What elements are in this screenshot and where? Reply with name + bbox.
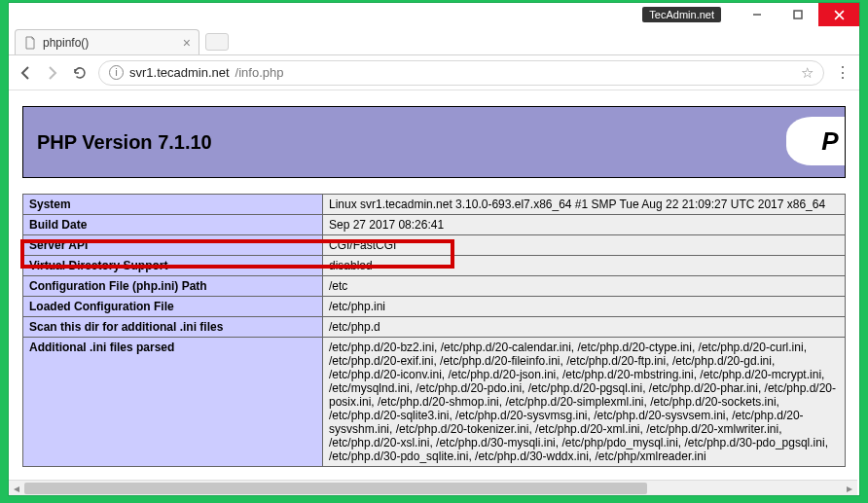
- new-tab-button[interactable]: [205, 33, 229, 51]
- horizontal-scrollbar[interactable]: ◂ ▸: [9, 480, 857, 495]
- phpinfo-page: PHP Version 7.1.10 P SystemLinux svr1.te…: [9, 90, 846, 495]
- info-value: Linux svr1.tecadmin.net 3.10.0-693.el7.x…: [323, 195, 846, 215]
- scroll-left-icon[interactable]: ◂: [9, 482, 24, 495]
- info-value: Sep 27 2017 08:26:41: [323, 215, 846, 235]
- info-key: Virtual Directory Support: [23, 256, 323, 276]
- table-row: Scan this dir for additional .ini files/…: [23, 317, 846, 338]
- scroll-right-icon[interactable]: ▸: [842, 482, 857, 495]
- info-key: Loaded Configuration File: [23, 297, 323, 317]
- info-key: Scan this dir for additional .ini files: [23, 317, 323, 338]
- table-row: Virtual Directory Supportdisabled: [23, 256, 846, 276]
- address-bar[interactable]: i svr1.tecadmin.net/info.php ☆: [98, 60, 824, 86]
- info-key: Additional .ini files parsed: [23, 338, 323, 467]
- close-button[interactable]: [818, 3, 859, 26]
- info-key: Configuration File (php.ini) Path: [23, 276, 323, 297]
- url-host: svr1.tecadmin.net: [129, 65, 230, 80]
- svg-rect-1: [794, 11, 802, 18]
- tab-close-icon[interactable]: ×: [183, 35, 191, 51]
- browser-menu-button[interactable]: ⋮: [834, 63, 851, 82]
- table-row: Additional .ini files parsed/etc/php.d/2…: [23, 338, 846, 467]
- scroll-track[interactable]: [24, 481, 842, 495]
- table-row: Server APICGI/FastCGI: [23, 235, 846, 256]
- minimize-button[interactable]: [737, 3, 778, 26]
- table-row: Loaded Configuration File/etc/php.ini: [23, 297, 846, 317]
- tab-phpinfo[interactable]: phpinfo() ×: [15, 29, 199, 54]
- php-header: PHP Version 7.1.10 P: [22, 106, 846, 178]
- bookmark-star-icon[interactable]: ☆: [801, 64, 814, 82]
- maximize-button[interactable]: [778, 3, 818, 26]
- back-button[interactable]: [17, 64, 34, 82]
- php-logo: P: [786, 117, 846, 165]
- phpinfo-table: SystemLinux svr1.tecadmin.net 3.10.0-693…: [22, 194, 846, 467]
- info-value: /etc: [323, 276, 846, 297]
- info-value: /etc/php.d: [323, 317, 846, 338]
- info-key: Server API: [23, 235, 323, 256]
- window-titlebar: [9, 3, 859, 26]
- toolbar: i svr1.tecadmin.net/info.php ☆ ⋮: [9, 55, 859, 90]
- table-row: SystemLinux svr1.tecadmin.net 3.10.0-693…: [23, 195, 846, 215]
- forward-button[interactable]: [44, 64, 61, 82]
- browser-window: TecAdmin.net phpinfo() ×: [9, 3, 859, 495]
- info-value: CGI/FastCGI: [323, 235, 846, 256]
- site-info-icon[interactable]: i: [109, 65, 124, 80]
- page-icon: [23, 36, 37, 50]
- reload-button[interactable]: [71, 64, 89, 82]
- table-row: Configuration File (php.ini) Path/etc: [23, 276, 846, 297]
- info-value: disabled: [323, 256, 846, 276]
- tab-title: phpinfo(): [43, 36, 89, 50]
- php-version-heading: PHP Version 7.1.10: [37, 131, 212, 154]
- site-badge: TecAdmin.net: [642, 7, 721, 22]
- page-viewport: PHP Version 7.1.10 P SystemLinux svr1.te…: [9, 90, 859, 495]
- url-path: /info.php: [235, 65, 284, 80]
- tab-strip: phpinfo() ×: [9, 26, 859, 55]
- info-value: /etc/php.ini: [323, 297, 846, 317]
- info-key: Build Date: [23, 215, 323, 235]
- scroll-thumb[interactable]: [24, 483, 647, 494]
- table-row: Build DateSep 27 2017 08:26:41: [23, 215, 846, 235]
- info-key: System: [23, 195, 323, 215]
- info-value: /etc/php.d/20-bz2.ini, /etc/php.d/20-cal…: [323, 338, 846, 467]
